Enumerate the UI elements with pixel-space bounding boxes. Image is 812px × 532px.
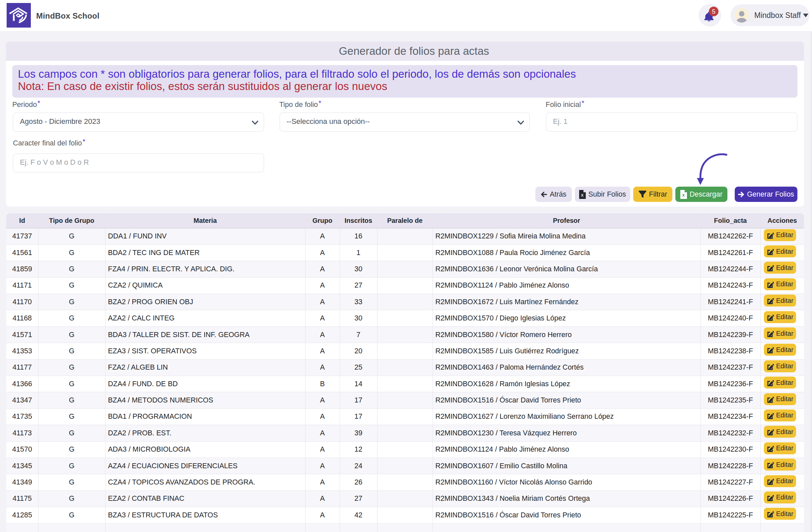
svg-text:x: x: [682, 192, 685, 198]
svg-text:x: x: [581, 192, 583, 198]
